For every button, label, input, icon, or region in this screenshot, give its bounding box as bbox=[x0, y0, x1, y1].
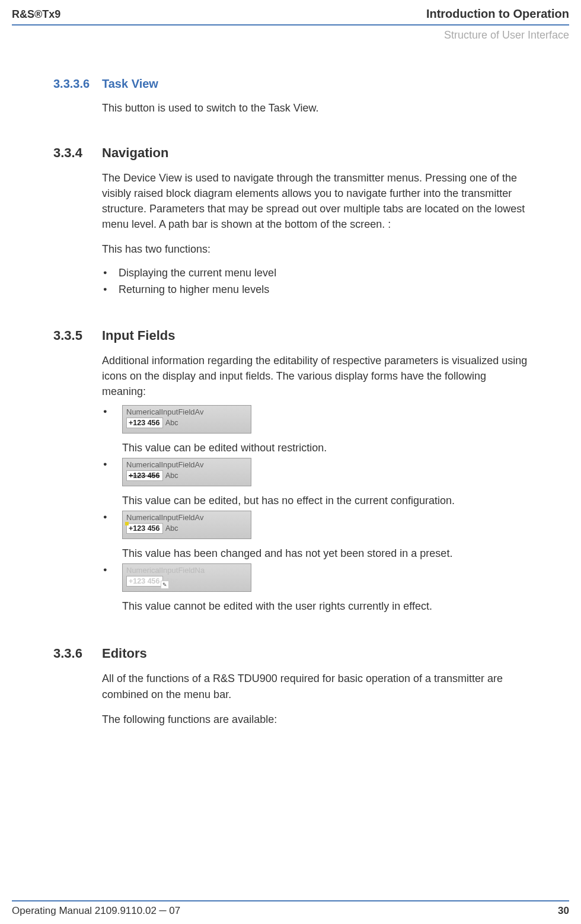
numerical-input: +123 456 bbox=[126, 576, 163, 587]
numerical-input-widget-disabled: NumericalInputFieldNa +123 456 ✎ Abc bbox=[122, 563, 251, 592]
paragraph: The Device View is used to navigate thro… bbox=[102, 170, 528, 232]
field-label: NumericalInputFieldAv bbox=[126, 460, 247, 469]
input-field-examples: NumericalInputFieldAv +123 456 Abc This … bbox=[102, 405, 528, 613]
chapter-title: Introduction to Operation bbox=[426, 7, 569, 21]
page-header: R&S®Tx9 Introduction to Operation bbox=[0, 0, 581, 24]
numerical-input-widget: NumericalInputFieldAv +123 456 Abc bbox=[122, 405, 251, 434]
header-rule bbox=[12, 24, 569, 26]
numerical-input-widget: NumericalInputFieldAv +123 456 Abc bbox=[122, 458, 251, 486]
footer-manual-id: Operating Manual 2109.9110.02 ─ 07 bbox=[12, 905, 180, 917]
field-label: NumericalInputFieldAv bbox=[126, 407, 247, 416]
paragraph: Additional information regarding the edi… bbox=[102, 353, 528, 399]
field-example: NumericalInputFieldAv +123 456 Abc This … bbox=[102, 458, 528, 507]
paragraph: This has two functions: bbox=[102, 241, 528, 257]
section-number: 3.3.6 bbox=[53, 646, 102, 727]
field-unit: Abc bbox=[165, 419, 178, 427]
lock-icon: ✎ bbox=[161, 581, 169, 589]
field-example: NumericalInputFieldNa +123 456 ✎ Abc Thi… bbox=[102, 563, 528, 613]
section-title-task-view: Task View bbox=[102, 77, 528, 91]
numerical-input[interactable]: +123 456 bbox=[126, 470, 163, 481]
paragraph: The following functions are available: bbox=[102, 712, 528, 727]
section-title-editors: Editors bbox=[102, 646, 528, 661]
page-footer: Operating Manual 2109.9110.02 ─ 07 30 bbox=[0, 899, 581, 924]
numerical-input[interactable]: +123 456 bbox=[126, 523, 163, 534]
numerical-input[interactable]: +123 456 bbox=[126, 418, 163, 428]
page-content: 3.3.3.6 Task View This button is used to… bbox=[0, 42, 581, 727]
field-unit: Abc bbox=[165, 471, 178, 480]
bullet-list: Displaying the current menu level Return… bbox=[102, 265, 528, 299]
field-unit: Abc bbox=[165, 524, 178, 533]
list-item: Displaying the current menu level bbox=[102, 265, 528, 282]
section-number: 3.3.5 bbox=[53, 328, 102, 616]
paragraph: This button is used to switch to the Tas… bbox=[102, 100, 528, 116]
field-label: NumericalInputFieldNa bbox=[126, 566, 247, 575]
field-explanation: This value can be edited, but has no eff… bbox=[122, 495, 528, 507]
field-explanation: This value cannot be edited with the use… bbox=[122, 600, 528, 613]
field-example: NumericalInputFieldAv +123 456 Abc This … bbox=[102, 511, 528, 560]
paragraph: All of the functions of a R&S TDU900 req… bbox=[102, 671, 528, 702]
header-subtitle: Structure of User Interface bbox=[0, 29, 581, 42]
section-number: 3.3.3.6 bbox=[53, 77, 102, 116]
field-explanation: This value can be edited without restric… bbox=[122, 442, 528, 454]
section-number: 3.3.4 bbox=[53, 145, 102, 298]
changed-marker-icon bbox=[125, 522, 129, 525]
field-example: NumericalInputFieldAv +123 456 Abc This … bbox=[102, 405, 528, 454]
field-explanation: This value has been changed and has not … bbox=[122, 547, 528, 560]
field-label: NumericalInputFieldAv bbox=[126, 513, 247, 522]
section-title-navigation: Navigation bbox=[102, 145, 528, 161]
section-title-input-fields: Input Fields bbox=[102, 328, 528, 343]
page-number: 30 bbox=[558, 905, 569, 917]
product-name: R&S®Tx9 bbox=[12, 8, 60, 21]
field-value: +123 456 bbox=[129, 524, 159, 533]
list-item: Returning to higher menu levels bbox=[102, 281, 528, 298]
numerical-input-widget: NumericalInputFieldAv +123 456 Abc bbox=[122, 511, 251, 539]
